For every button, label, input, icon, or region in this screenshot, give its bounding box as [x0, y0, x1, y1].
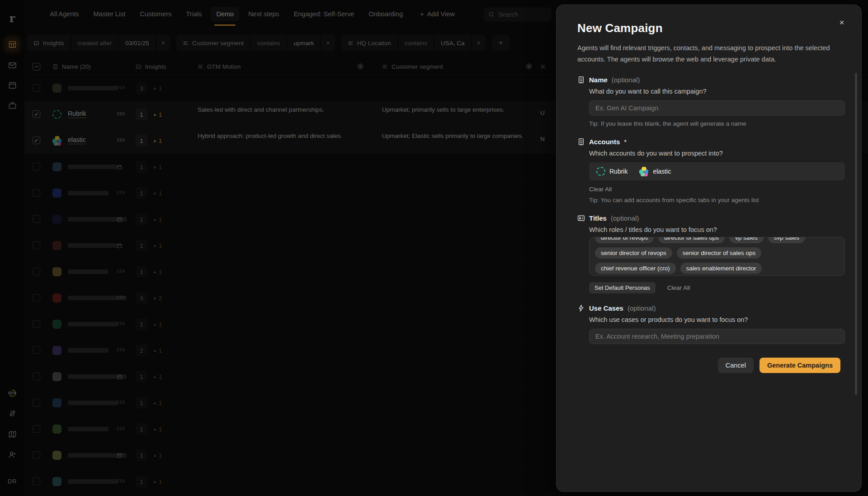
- column-customer-segment[interactable]: Customer segment: [382, 58, 443, 75]
- insights-count: 1: [136, 423, 147, 435]
- row-checkbox[interactable]: [33, 451, 40, 459]
- row-checkbox[interactable]: [33, 189, 40, 197]
- row-checkbox[interactable]: [33, 294, 40, 302]
- target-icon[interactable]: [357, 63, 364, 70]
- account-chip-rubrik[interactable]: Rubrik: [596, 167, 627, 176]
- title-tag[interactable]: svp sales: [768, 237, 805, 243]
- filter-condition[interactable]: created after: [71, 35, 118, 51]
- company-logo: [52, 188, 62, 198]
- insights-count: 1: [136, 240, 147, 251]
- filter-condition[interactable]: contains: [251, 35, 286, 51]
- select-all-checkbox[interactable]: –: [33, 63, 40, 71]
- tab-next-steps[interactable]: Next steps: [243, 7, 285, 21]
- tab-customers[interactable]: Customers: [134, 7, 177, 21]
- filter-chip-customer-segment[interactable]: Customer segmentcontainsupmark×: [176, 35, 335, 51]
- progress-ring[interactable]: 65%: [4, 384, 21, 402]
- insights-count: 1: [136, 371, 147, 383]
- insights-delta: ▲1: [153, 240, 162, 251]
- tab-trials[interactable]: Trials: [181, 7, 208, 21]
- modal-scrollbar[interactable]: [855, 73, 857, 395]
- row-checkbox[interactable]: ✓: [33, 110, 40, 118]
- title-tag[interactable]: sales enablement director: [680, 263, 762, 274]
- column-name[interactable]: Name (20): [52, 58, 91, 75]
- filter-condition[interactable]: contains: [398, 35, 434, 51]
- table-view-icon[interactable]: [5, 37, 19, 52]
- use-cases-input[interactable]: [589, 329, 845, 344]
- gtm-motion-cell: Hybrid approach: product-led growth and …: [198, 131, 360, 141]
- company-name-link[interactable]: Rubrik: [68, 110, 86, 118]
- column-gtm-motion[interactable]: GTM Motion: [198, 58, 241, 75]
- cancel-button[interactable]: Cancel: [718, 358, 754, 373]
- close-icon[interactable]: ×: [836, 17, 848, 28]
- company-logo: [52, 162, 62, 172]
- account-chip-elastic[interactable]: elastic: [639, 167, 671, 176]
- sliders-icon[interactable]: [5, 406, 19, 420]
- remove-filter-icon[interactable]: ×: [321, 35, 335, 51]
- tab-master-list[interactable]: Master List: [88, 7, 131, 21]
- title-tag[interactable]: director of revops: [595, 237, 654, 243]
- row-checkbox[interactable]: ✓: [33, 137, 40, 144]
- remove-filter-icon[interactable]: ×: [156, 35, 170, 51]
- insights-count: 1: [136, 187, 147, 199]
- filter-field[interactable]: Customer segment: [176, 35, 250, 51]
- titles-tag-container[interactable]: director of revopsdirector of sales opsv…: [589, 237, 845, 276]
- row-checkbox[interactable]: [33, 320, 40, 328]
- mail-icon[interactable]: [5, 58, 19, 72]
- calendar-icon[interactable]: [5, 78, 19, 92]
- row-checkbox[interactable]: [33, 477, 40, 485]
- column-next-partial[interactable]: [540, 58, 546, 75]
- filter-field[interactable]: Insights: [27, 35, 71, 51]
- search-box[interactable]: Search: [484, 7, 552, 22]
- accounts-clear-all-button[interactable]: Clear All: [589, 186, 612, 193]
- map-icon[interactable]: [5, 427, 19, 441]
- filter-value[interactable]: 03/01/25: [119, 35, 156, 51]
- add-user-icon[interactable]: [5, 447, 19, 462]
- titles-clear-all-button[interactable]: Clear All: [667, 284, 690, 291]
- row-badge: [117, 217, 123, 222]
- row-checkbox[interactable]: [33, 268, 40, 275]
- section-name: Name (optional) What do you want to call…: [577, 76, 840, 127]
- filter-value[interactable]: upmark: [287, 35, 320, 51]
- insights-delta: ▲1: [153, 161, 162, 173]
- rubrik-logo: [596, 167, 605, 176]
- company-name-link[interactable]: elastic: [68, 136, 86, 144]
- title-tag[interactable]: senior director of sales ops: [677, 247, 761, 259]
- title-tag[interactable]: vp sales: [729, 237, 764, 243]
- row-badge: ZOX: [117, 85, 125, 90]
- row-checkbox[interactable]: [33, 399, 40, 406]
- company-logo: [52, 109, 62, 119]
- search-icon: [488, 11, 495, 18]
- remove-filter-icon[interactable]: ×: [472, 35, 486, 51]
- briefcase-icon[interactable]: [5, 98, 19, 113]
- avatar[interactable]: DR: [5, 474, 19, 488]
- set-default-personas-button[interactable]: Set Default Personas: [589, 282, 656, 293]
- row-checkbox[interactable]: [33, 241, 40, 249]
- tab-engaged-self-serve[interactable]: Engaged: Self-Serve: [288, 7, 360, 21]
- add-filter-button[interactable]: +: [492, 35, 510, 51]
- add-view-button[interactable]: + Add View: [420, 10, 454, 18]
- row-checkbox[interactable]: [33, 346, 40, 354]
- generate-campaigns-button[interactable]: Generate Campaigns: [760, 358, 840, 373]
- tab-all-agents[interactable]: All Agents: [44, 7, 85, 21]
- row-checkbox[interactable]: [33, 425, 40, 433]
- insights-delta: ▲1: [153, 371, 162, 383]
- title-tag[interactable]: chief revenue officer (cro): [595, 263, 676, 274]
- row-checkbox[interactable]: [33, 84, 40, 92]
- row-checkbox[interactable]: [33, 163, 40, 170]
- campaign-name-input[interactable]: [589, 100, 845, 116]
- company-logo: [52, 372, 62, 382]
- filter-chip-insights[interactable]: Insightscreated after03/01/25×: [27, 35, 170, 51]
- search-placeholder: Search: [498, 11, 518, 18]
- filter-value[interactable]: USA, Ca: [434, 35, 471, 51]
- target-icon[interactable]: [525, 63, 533, 70]
- tab-onboarding[interactable]: Onboarding: [363, 7, 408, 21]
- row-checkbox[interactable]: [33, 215, 40, 223]
- tab-demo[interactable]: Demo: [211, 7, 239, 21]
- title-tag[interactable]: director of sales ops: [658, 237, 725, 243]
- column-insights[interactable]: Insights: [136, 58, 166, 75]
- filter-field[interactable]: HQ Location: [341, 35, 397, 51]
- filter-chip-hq-location[interactable]: HQ LocationcontainsUSA, Ca×: [341, 35, 486, 51]
- title-tag[interactable]: senior director of revops: [595, 247, 672, 259]
- row-checkbox[interactable]: [33, 373, 40, 380]
- app-logo: r: [5, 11, 19, 25]
